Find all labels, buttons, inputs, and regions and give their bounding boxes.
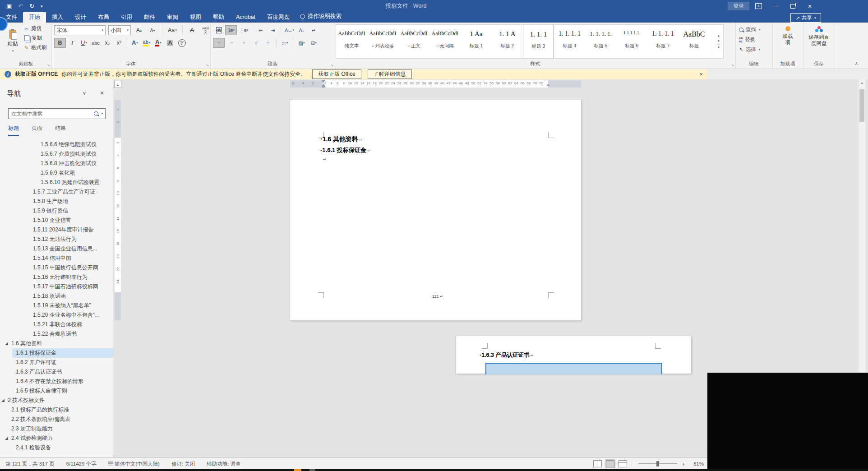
tell-me-box[interactable]: 操作说明搜索 [300, 13, 342, 20]
tab-邮件[interactable]: 邮件 [138, 12, 161, 23]
zoom-out-icon[interactable]: − [631, 461, 634, 466]
char-shading-button[interactable]: A [165, 38, 175, 47]
style-标题 2[interactable]: 1. 1 A标题 2 [492, 25, 523, 58]
clear-formatting-button[interactable]: A [187, 26, 198, 35]
qat-customize-icon[interactable]: ▾ [41, 4, 43, 9]
font-name-combobox[interactable]: 宋体▾ [54, 25, 106, 35]
document-search-box[interactable]: ▾ [8, 108, 106, 119]
style-标题 5[interactable]: 1. 1. 1. 1.标题 5 [585, 25, 616, 58]
nav-item[interactable]: 2 技术投标文件 [0, 396, 113, 405]
right-indent-marker[interactable] [546, 84, 550, 86]
text-effects-button[interactable]: A▾ [129, 38, 140, 47]
navigation-close-icon[interactable]: × [100, 89, 104, 97]
tab-引用[interactable]: 引用 [115, 12, 138, 23]
scrollbar-thumb[interactable] [859, 89, 864, 122]
align-right-button[interactable]: ≡ [238, 38, 249, 47]
nav-item[interactable]: 2.4 试验检测能力 [0, 434, 113, 443]
scroll-up-icon[interactable]: ▴ [859, 81, 865, 85]
highlight-button[interactable]: ab▾ [141, 38, 152, 47]
nav-item[interactable]: 1.5.7 工业产品生产许可证 [0, 187, 113, 197]
nav-item[interactable]: 1.5.6.8 冲击脆化测试仪 [0, 159, 113, 168]
style-标题[interactable]: AaBbC标题 [679, 25, 710, 58]
clipboard-dialog-launcher[interactable]: ↘ [47, 63, 50, 67]
bullets-button[interactable]: •≡▾ [213, 26, 224, 35]
gallery-gallery_up-icon[interactable]: ▴ [718, 34, 720, 37]
nav-item[interactable]: 1.6.1 投标保证金 [0, 348, 113, 358]
find-button[interactable]: 查找▾ [739, 26, 761, 33]
underline-button[interactable]: U▾ [78, 38, 89, 47]
heading-1-6-3[interactable]: ·1.6.3 产品认证证书↵ [480, 351, 534, 359]
search-dropdown-icon[interactable]: ▾ [101, 112, 103, 115]
nav-item[interactable]: 1.5.17 中国石油招标投标网 [0, 282, 113, 291]
heading-1-6-1[interactable]: ·1.6.1 投标保证金↵ [320, 146, 370, 154]
zoom-percentage[interactable]: 81% [690, 461, 704, 466]
phonetic-guide-button[interactable]: wén文 [200, 26, 211, 35]
style-纯文本[interactable]: AaBbCcDdI纯文本 [336, 25, 367, 58]
styles-dialog-launcher[interactable]: ↘ [731, 63, 734, 67]
read-mode-button[interactable] [593, 460, 602, 467]
tab-百度网盘[interactable]: 百度网盘 [261, 12, 295, 23]
increase-indent-button[interactable]: ⇥ [267, 26, 278, 35]
expander-triangle-icon[interactable] [5, 437, 8, 440]
subscript-button[interactable]: x₂ [102, 38, 113, 47]
style-标题 4[interactable]: 1. 1. 1. 1标题 4 [554, 25, 585, 58]
collapse-ribbon-icon[interactable]: ∧ [855, 61, 858, 66]
get-genuine-office-button[interactable]: 获取正版 Office [312, 69, 361, 79]
justify-button[interactable]: ≡ [250, 38, 261, 47]
style-标题 7[interactable]: 1. 1. 1. 1标题 7 [647, 25, 679, 58]
nav-tab-标题[interactable]: 标题 [8, 125, 19, 136]
embedded-table-image[interactable] [485, 363, 662, 374]
zoom-slider[interactable] [638, 463, 677, 464]
nav-item[interactable]: 1.5.21 非联合体投标 [0, 320, 113, 329]
style-正文[interactable]: AaBbCcDdI↵正文 [398, 25, 429, 58]
tab-帮助[interactable]: 帮助 [207, 12, 230, 23]
nav-item[interactable]: 1.5.6.7 介质损耗测试仪 [0, 149, 113, 159]
align-center-button[interactable]: ≡ [226, 38, 237, 47]
nav-item[interactable]: 1.5.6.9 老化箱 [0, 168, 113, 178]
zoom-slider-thumb[interactable] [656, 461, 659, 466]
gallery-gallery_down-icon[interactable]: ▾ [718, 39, 720, 43]
minimize-button[interactable] [767, 0, 784, 12]
web-layout-button[interactable] [619, 460, 627, 467]
learn-more-button[interactable]: 了解详细信息 [368, 69, 412, 79]
line-spacing-button[interactable]: ↕≡▾ [279, 38, 290, 47]
asian-layout-button[interactable]: A↔▾ [284, 26, 295, 35]
nav-item[interactable]: 1.5.6.10 热延伸试验装置 [0, 178, 113, 187]
nav-item[interactable]: 1.5.12 无违法行为 [0, 235, 113, 244]
nav-tab-结果[interactable]: 结果 [55, 125, 66, 136]
strikethrough-button[interactable]: abc [90, 38, 101, 47]
change-case-button[interactable]: Aa▾ [166, 26, 178, 35]
styles-gallery-scroll[interactable]: ▴▾▾ [714, 25, 723, 58]
nav-tab-页面[interactable]: 页面 [32, 125, 42, 136]
distribute-button[interactable]: ≡ [263, 38, 273, 47]
tab-插入[interactable]: 插入 [46, 12, 69, 23]
nav-item[interactable]: 2.3 加工制造能力 [0, 424, 113, 434]
format-painter-button[interactable]: ✎格式刷 [24, 44, 46, 51]
ribbon-display-options-button[interactable]: ∧ [750, 0, 766, 12]
redo-icon[interactable]: ↻ [29, 3, 34, 9]
tab-视图[interactable]: 视图 [184, 12, 207, 23]
nav-item[interactable]: 1.5.14 信用中国 [0, 254, 113, 263]
vertical-scrollbar[interactable]: ▴ [858, 79, 865, 373]
undo-icon[interactable]: ↶ [18, 3, 23, 9]
nav-item[interactable]: 1.5.22 合规承诺书 [0, 329, 113, 339]
save-to-baidu-button[interactable]: 保存到百度网盘 [803, 26, 835, 46]
close-button[interactable]: × [802, 0, 818, 12]
save-icon[interactable]: ▣ [6, 3, 12, 9]
nav-item[interactable]: 1.5.11 2024年度审计报告 [0, 225, 113, 235]
tab-布局[interactable]: 布局 [92, 12, 115, 23]
nav-item[interactable]: 1.5.20 企业名称中不包含“... [0, 310, 113, 320]
search-icon[interactable] [94, 111, 98, 116]
nav-item[interactable]: 1.5.10 企业信誉 [0, 216, 113, 225]
decrease-indent-button[interactable]: ⇤ [255, 26, 266, 35]
font-dialog-launcher[interactable]: ↘ [206, 63, 209, 67]
tab-stop-selector[interactable]: L [114, 81, 121, 88]
cut-button[interactable]: ✂剪切 [24, 25, 46, 32]
accessibility-indicator[interactable]: 辅助功能: 调查 [207, 461, 240, 467]
vertical-ruler[interactable]: 4224681012141618202224 [114, 79, 122, 457]
page-indicator[interactable]: 第 121 页，共 317 页 [5, 461, 55, 467]
track-changes-indicator[interactable]: 修订: 关闭 [171, 461, 195, 467]
grow-font-button[interactable]: A▴ [134, 26, 144, 35]
style-标题 1[interactable]: 1 Aa标题 1 [461, 25, 492, 58]
shading-button[interactable]: ▨▾ [296, 38, 307, 47]
